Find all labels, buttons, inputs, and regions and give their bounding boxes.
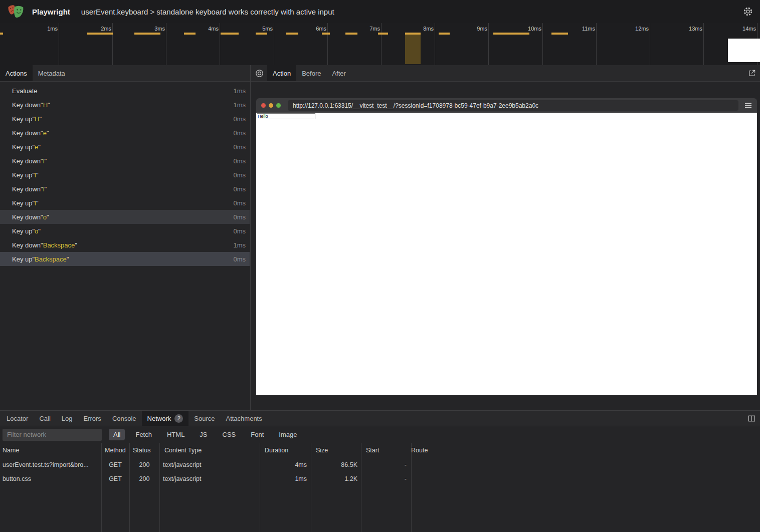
timeline-action-bar[interactable] bbox=[134, 33, 160, 35]
snapshot-tab[interactable]: Before bbox=[296, 65, 326, 81]
snapshot-tab[interactable]: Action bbox=[267, 65, 296, 81]
network-type-filter-chip[interactable]: CSS bbox=[218, 429, 241, 440]
network-column-header: Method bbox=[101, 443, 129, 458]
drawer-tab[interactable]: Attachments bbox=[220, 411, 267, 426]
timeline-action-bar[interactable] bbox=[345, 33, 357, 35]
action-title: Key down bbox=[12, 241, 41, 249]
timeline-action-bar[interactable] bbox=[551, 33, 568, 35]
snapshot-browser-chrome: http://127.0.0.1:63315/__vitest_test__/?… bbox=[256, 98, 757, 113]
action-list-item[interactable]: Key down "H" 1ms bbox=[0, 98, 250, 112]
column-divider bbox=[411, 443, 412, 532]
actions-panel-tab[interactable]: Metadata bbox=[33, 65, 71, 81]
timeline-action-bar[interactable] bbox=[378, 33, 388, 35]
network-column-header: Route bbox=[411, 443, 760, 458]
network-table-row[interactable]: userEvent.test.ts?import&bro... GET 200 … bbox=[0, 458, 760, 472]
tab-label: Actions bbox=[6, 70, 27, 77]
timeline-action-bar[interactable] bbox=[286, 33, 298, 35]
action-title: Key down bbox=[12, 185, 41, 193]
timeline-filmstrip[interactable]: 1ms 2ms 3ms 4ms 5ms 6ms bbox=[0, 23, 760, 66]
network-type-filter-chip[interactable]: Fetch bbox=[131, 429, 156, 440]
timeline-action-bar[interactable] bbox=[87, 33, 113, 35]
action-duration: 0ms bbox=[233, 143, 246, 151]
network-type-filter-chip[interactable]: All bbox=[109, 429, 125, 440]
network-type-filter-chip[interactable]: JS bbox=[195, 429, 212, 440]
network-filter-row: All Fetch HTML JS CSS bbox=[0, 426, 760, 443]
drawer-tab[interactable]: Source bbox=[188, 411, 220, 426]
timeline-action-bar[interactable] bbox=[256, 33, 267, 35]
network-table-body: userEvent.test.ts?import&bro... GET 200 … bbox=[0, 458, 760, 486]
request-route bbox=[411, 472, 760, 486]
action-list-item[interactable]: Key up "l" 0ms bbox=[0, 168, 250, 182]
network-column-header: Start bbox=[361, 443, 411, 458]
request-start: - bbox=[361, 472, 411, 486]
request-duration: 4ms bbox=[260, 458, 311, 472]
action-list-item[interactable]: Evaluate 1ms bbox=[0, 84, 250, 98]
timeline-tick-label: 11ms bbox=[582, 26, 595, 32]
tab-label: Console bbox=[112, 415, 136, 422]
action-key-value: o bbox=[35, 227, 38, 235]
network-type-filter-chip[interactable]: Image bbox=[274, 429, 301, 440]
timeline-tick-label: 3ms bbox=[154, 26, 165, 32]
timeline-action-bar[interactable] bbox=[439, 33, 450, 35]
action-title: Evaluate bbox=[12, 87, 38, 95]
action-list-item[interactable]: Key up "H" 0ms bbox=[0, 112, 250, 126]
actions-panel-tab[interactable]: Actions bbox=[0, 65, 33, 81]
timeline-screenshot-thumbnail[interactable] bbox=[728, 39, 760, 62]
network-column-header: Duration bbox=[260, 443, 311, 458]
timeline-action-bar[interactable] bbox=[0, 33, 3, 35]
drawer-tab[interactable]: Errors bbox=[78, 411, 106, 426]
network-type-filter-chip[interactable]: HTML bbox=[162, 429, 189, 440]
drawer-tab[interactable]: Log bbox=[56, 411, 78, 426]
snapshot-address-bar: http://127.0.0.1:63315/__vitest_test__/?… bbox=[288, 100, 738, 111]
timeline-selected-action-bar[interactable] bbox=[405, 33, 421, 64]
app-title: Playwright bbox=[32, 8, 70, 16]
snapshot-tab-strip: Action Before After bbox=[251, 65, 760, 82]
toggle-panel-layout-icon[interactable] bbox=[747, 414, 756, 424]
drawer-tab[interactable]: Console bbox=[107, 411, 142, 426]
timeline-action-bar[interactable] bbox=[184, 33, 196, 35]
network-type-filter-chip[interactable]: Font bbox=[246, 429, 268, 440]
hello-text-input[interactable] bbox=[257, 113, 315, 119]
timeline-tick: 2ms bbox=[112, 23, 113, 65]
chip-label: Image bbox=[279, 431, 297, 438]
action-duration: 0ms bbox=[233, 185, 246, 193]
tab-label: Attachments bbox=[226, 415, 262, 422]
network-filter-input[interactable] bbox=[3, 429, 102, 441]
timeline-tick: 10ms bbox=[542, 23, 543, 65]
action-list-item[interactable]: Key up "o" 0ms bbox=[0, 224, 250, 238]
action-title: Key up bbox=[12, 115, 32, 123]
open-external-icon[interactable] bbox=[748, 69, 756, 79]
action-list-item[interactable]: Key up "Backspace" 0ms bbox=[0, 252, 250, 266]
action-title: Key up bbox=[12, 171, 32, 179]
drawer-tabs: Locator Call Log Errors bbox=[1, 411, 268, 426]
pick-locator-icon[interactable] bbox=[251, 65, 267, 81]
action-list-item[interactable]: Key down "l" 0ms bbox=[0, 154, 250, 168]
drawer-tab[interactable]: Network 2 bbox=[142, 411, 189, 426]
action-list-item[interactable]: Key down "e" 0ms bbox=[0, 126, 250, 140]
request-status: 200 bbox=[129, 472, 159, 486]
action-duration: 1ms bbox=[233, 101, 246, 109]
action-key-value: Backspace bbox=[43, 241, 75, 249]
settings-gear-icon[interactable] bbox=[743, 7, 753, 17]
drawer-tab[interactable]: Call bbox=[34, 411, 56, 426]
action-list-item[interactable]: Key up "l" 0ms bbox=[0, 196, 250, 210]
network-table-row[interactable]: button.css GET 200 text/javascript 1ms 1… bbox=[0, 472, 760, 486]
action-list-item[interactable]: Key up "e" 0ms bbox=[0, 140, 250, 154]
tab-label: Network bbox=[147, 415, 171, 422]
action-title: Key up bbox=[12, 255, 32, 263]
chip-label: Fetch bbox=[135, 431, 152, 438]
actions-tab-strip: Actions Metadata bbox=[0, 65, 250, 82]
action-list-item[interactable]: Key down "Backspace" 1ms bbox=[0, 238, 250, 252]
test-title: userEvent.keyboard > standalone keyboard… bbox=[81, 8, 334, 16]
timeline-action-bar[interactable] bbox=[322, 33, 330, 35]
action-duration: 0ms bbox=[233, 171, 246, 179]
timeline-action-bar[interactable] bbox=[493, 33, 529, 35]
drawer-tab[interactable]: Locator bbox=[1, 411, 34, 426]
action-duration: 0ms bbox=[233, 255, 246, 263]
snapshot-tabs: Action Before After bbox=[267, 65, 351, 81]
action-list-item[interactable]: Key down "o" 0ms bbox=[0, 210, 250, 224]
snapshot-tab[interactable]: After bbox=[326, 65, 351, 81]
timeline-action-bar[interactable] bbox=[221, 33, 239, 35]
action-list-item[interactable]: Key down "l" 0ms bbox=[0, 182, 250, 196]
chip-label: JS bbox=[200, 431, 207, 438]
